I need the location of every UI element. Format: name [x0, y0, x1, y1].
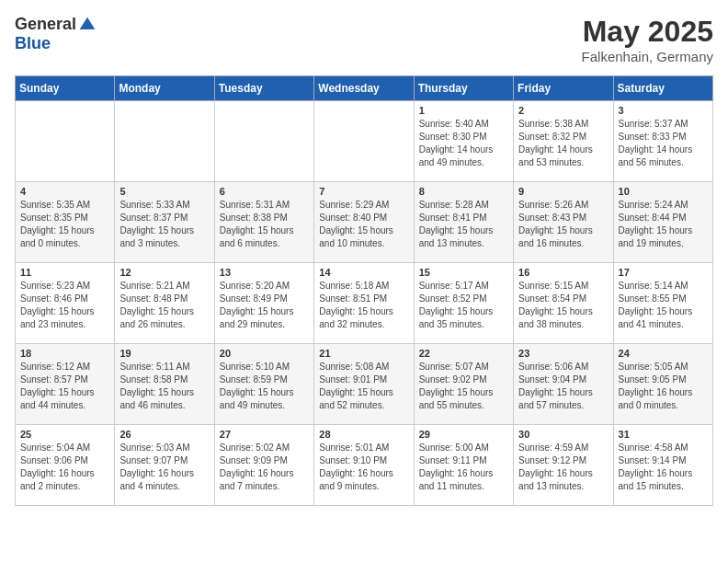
- calendar-header-monday: Monday: [115, 76, 214, 101]
- day-number: 20: [220, 348, 309, 359]
- day-info: Sunrise: 5:21 AM Sunset: 8:48 PM Dayligh…: [119, 280, 209, 331]
- calendar-cell: 11Sunrise: 5:23 AM Sunset: 8:46 PM Dayli…: [16, 263, 115, 344]
- calendar-week-row: 4Sunrise: 5:35 AM Sunset: 8:35 PM Daylig…: [16, 182, 713, 263]
- calendar-header-thursday: Thursday: [414, 76, 513, 101]
- calendar-header-saturday: Saturday: [613, 76, 712, 101]
- day-info: Sunrise: 5:07 AM Sunset: 9:02 PM Dayligh…: [419, 361, 508, 412]
- day-info: Sunrise: 5:29 AM Sunset: 8:40 PM Dayligh…: [319, 199, 408, 250]
- day-info: Sunrise: 5:40 AM Sunset: 8:30 PM Dayligh…: [419, 118, 508, 169]
- day-info: Sunrise: 4:58 AM Sunset: 9:14 PM Dayligh…: [619, 442, 708, 493]
- day-info: Sunrise: 5:20 AM Sunset: 8:49 PM Dayligh…: [220, 280, 309, 331]
- calendar-header-friday: Friday: [514, 76, 613, 101]
- day-number: 13: [220, 267, 309, 278]
- day-number: 16: [518, 267, 608, 278]
- calendar-header-tuesday: Tuesday: [214, 76, 313, 101]
- calendar-cell: 13Sunrise: 5:20 AM Sunset: 8:49 PM Dayli…: [214, 263, 313, 344]
- svg-marker-0: [80, 17, 96, 29]
- calendar-header-row: SundayMondayTuesdayWednesdayThursdayFrid…: [16, 76, 713, 101]
- calendar-cell: 3Sunrise: 5:37 AM Sunset: 8:33 PM Daylig…: [613, 101, 712, 182]
- calendar-cell: 2Sunrise: 5:38 AM Sunset: 8:32 PM Daylig…: [514, 101, 613, 182]
- logo-icon: [78, 16, 97, 34]
- day-number: 22: [419, 348, 508, 359]
- day-info: Sunrise: 5:10 AM Sunset: 8:59 PM Dayligh…: [220, 361, 309, 412]
- day-number: 9: [518, 186, 608, 197]
- calendar-cell: [214, 101, 313, 182]
- day-info: Sunrise: 5:04 AM Sunset: 9:06 PM Dayligh…: [20, 442, 109, 493]
- day-info: Sunrise: 5:17 AM Sunset: 8:52 PM Dayligh…: [419, 280, 508, 331]
- day-info: Sunrise: 5:35 AM Sunset: 8:35 PM Dayligh…: [20, 199, 109, 250]
- day-number: 5: [119, 186, 209, 197]
- day-number: 10: [619, 186, 708, 197]
- month-title: May 2025: [582, 15, 713, 49]
- day-info: Sunrise: 5:26 AM Sunset: 8:43 PM Dayligh…: [518, 199, 608, 250]
- day-number: 6: [220, 186, 309, 197]
- calendar-cell: 12Sunrise: 5:21 AM Sunset: 8:48 PM Dayli…: [115, 263, 214, 344]
- day-number: 27: [220, 429, 309, 440]
- day-info: Sunrise: 5:33 AM Sunset: 8:37 PM Dayligh…: [119, 199, 209, 250]
- calendar-cell: 26Sunrise: 5:03 AM Sunset: 9:07 PM Dayli…: [115, 425, 214, 506]
- day-info: Sunrise: 5:15 AM Sunset: 8:54 PM Dayligh…: [518, 280, 608, 331]
- calendar-cell: 16Sunrise: 5:15 AM Sunset: 8:54 PM Dayli…: [514, 263, 613, 344]
- calendar-cell: 4Sunrise: 5:35 AM Sunset: 8:35 PM Daylig…: [16, 182, 115, 263]
- location: Falkenhain, Germany: [582, 49, 713, 64]
- day-number: 8: [419, 186, 508, 197]
- day-number: 14: [319, 267, 408, 278]
- calendar-cell: 28Sunrise: 5:01 AM Sunset: 9:10 PM Dayli…: [314, 425, 414, 506]
- calendar-cell: 25Sunrise: 5:04 AM Sunset: 9:06 PM Dayli…: [16, 425, 115, 506]
- day-number: 30: [518, 429, 608, 440]
- calendar-week-row: 11Sunrise: 5:23 AM Sunset: 8:46 PM Dayli…: [16, 263, 713, 344]
- calendar-cell: 23Sunrise: 5:06 AM Sunset: 9:04 PM Dayli…: [514, 344, 613, 425]
- day-number: 19: [119, 348, 209, 359]
- day-number: 29: [419, 429, 508, 440]
- day-number: 18: [20, 348, 109, 359]
- day-number: 28: [319, 429, 408, 440]
- day-number: 25: [20, 429, 109, 440]
- calendar-cell: 24Sunrise: 5:05 AM Sunset: 9:05 PM Dayli…: [613, 344, 712, 425]
- day-number: 7: [319, 186, 408, 197]
- day-number: 17: [619, 267, 708, 278]
- calendar-week-row: 25Sunrise: 5:04 AM Sunset: 9:06 PM Dayli…: [16, 425, 713, 506]
- calendar-cell: 19Sunrise: 5:11 AM Sunset: 8:58 PM Dayli…: [115, 344, 214, 425]
- calendar-week-row: 18Sunrise: 5:12 AM Sunset: 8:57 PM Dayli…: [16, 344, 713, 425]
- day-number: 23: [518, 348, 608, 359]
- day-info: Sunrise: 5:00 AM Sunset: 9:11 PM Dayligh…: [419, 442, 508, 493]
- calendar-cell: 29Sunrise: 5:00 AM Sunset: 9:11 PM Dayli…: [414, 425, 513, 506]
- calendar-cell: [314, 101, 414, 182]
- day-number: 21: [319, 348, 408, 359]
- calendar-cell: 17Sunrise: 5:14 AM Sunset: 8:55 PM Dayli…: [613, 263, 712, 344]
- day-info: Sunrise: 5:02 AM Sunset: 9:09 PM Dayligh…: [220, 442, 309, 493]
- day-info: Sunrise: 5:28 AM Sunset: 8:41 PM Dayligh…: [419, 199, 508, 250]
- day-number: 12: [119, 267, 209, 278]
- day-info: Sunrise: 5:08 AM Sunset: 9:01 PM Dayligh…: [319, 361, 408, 412]
- calendar-cell: 30Sunrise: 4:59 AM Sunset: 9:12 PM Dayli…: [514, 425, 613, 506]
- day-info: Sunrise: 5:06 AM Sunset: 9:04 PM Dayligh…: [518, 361, 608, 412]
- day-info: Sunrise: 5:01 AM Sunset: 9:10 PM Dayligh…: [319, 442, 408, 493]
- day-info: Sunrise: 5:37 AM Sunset: 8:33 PM Dayligh…: [619, 118, 708, 169]
- day-number: 3: [619, 105, 708, 116]
- calendar-cell: 8Sunrise: 5:28 AM Sunset: 8:41 PM Daylig…: [414, 182, 513, 263]
- calendar-cell: [115, 101, 214, 182]
- day-number: 31: [619, 429, 708, 440]
- calendar-cell: 14Sunrise: 5:18 AM Sunset: 8:51 PM Dayli…: [314, 263, 414, 344]
- day-info: Sunrise: 5:03 AM Sunset: 9:07 PM Dayligh…: [119, 442, 209, 493]
- calendar-cell: 20Sunrise: 5:10 AM Sunset: 8:59 PM Dayli…: [214, 344, 313, 425]
- day-info: Sunrise: 5:18 AM Sunset: 8:51 PM Dayligh…: [319, 280, 408, 331]
- day-number: 15: [419, 267, 508, 278]
- calendar-cell: 6Sunrise: 5:31 AM Sunset: 8:38 PM Daylig…: [214, 182, 313, 263]
- day-info: Sunrise: 5:23 AM Sunset: 8:46 PM Dayligh…: [20, 280, 109, 331]
- day-info: Sunrise: 4:59 AM Sunset: 9:12 PM Dayligh…: [518, 442, 608, 493]
- calendar-table: SundayMondayTuesdayWednesdayThursdayFrid…: [15, 75, 713, 506]
- calendar-cell: 18Sunrise: 5:12 AM Sunset: 8:57 PM Dayli…: [16, 344, 115, 425]
- logo: General Blue: [15, 15, 97, 53]
- day-info: Sunrise: 5:11 AM Sunset: 8:58 PM Dayligh…: [119, 361, 209, 412]
- calendar-cell: 31Sunrise: 4:58 AM Sunset: 9:14 PM Dayli…: [613, 425, 712, 506]
- day-info: Sunrise: 5:14 AM Sunset: 8:55 PM Dayligh…: [619, 280, 708, 331]
- day-number: 2: [518, 105, 608, 116]
- day-number: 24: [619, 348, 708, 359]
- calendar-cell: 27Sunrise: 5:02 AM Sunset: 9:09 PM Dayli…: [214, 425, 313, 506]
- calendar-cell: 22Sunrise: 5:07 AM Sunset: 9:02 PM Dayli…: [414, 344, 513, 425]
- day-info: Sunrise: 5:12 AM Sunset: 8:57 PM Dayligh…: [20, 361, 109, 412]
- day-number: 11: [20, 267, 109, 278]
- day-number: 26: [119, 429, 209, 440]
- calendar-cell: [16, 101, 115, 182]
